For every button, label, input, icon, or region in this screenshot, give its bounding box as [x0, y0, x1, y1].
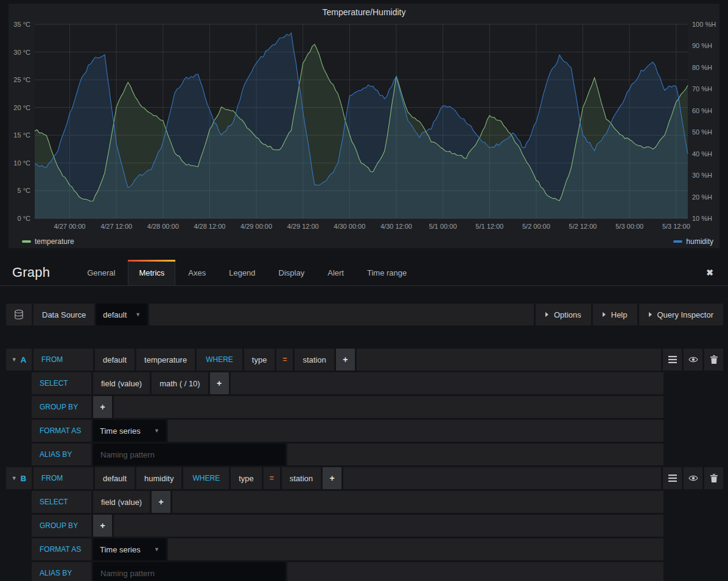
row-filler [357, 349, 661, 371]
eye-icon [688, 475, 698, 482]
chevron-down-icon: ▼ [12, 357, 17, 363]
group-by-keyword[interactable]: GROUP BY [32, 396, 91, 418]
x-axis-tick: 4/29 00:00 [240, 223, 272, 230]
tab-axes[interactable]: Axes [178, 260, 216, 285]
x-axis-tick: 4/28 00:00 [147, 223, 179, 230]
datasource-selected-value: default [103, 310, 127, 319]
from-keyword[interactable]: FROM [33, 349, 93, 371]
measurement-segment[interactable]: temperature [136, 349, 195, 371]
datasource-row: Data Source default ▼ Options Help Query… [6, 304, 723, 325]
format-as-row: FORMAT AS Time series ▼ [32, 538, 663, 560]
policy-segment[interactable]: default [95, 349, 135, 371]
right-axis-tick: 40 %H [692, 150, 712, 158]
measurement-segment[interactable]: humidity [136, 467, 181, 489]
right-axis-tick: 50 %H [692, 128, 712, 136]
from-keyword[interactable]: FROM [33, 467, 93, 489]
policy-segment[interactable]: default [95, 467, 135, 489]
select-math-segment[interactable]: math ( / 10) [152, 372, 208, 394]
select-keyword[interactable]: SELECT [32, 372, 91, 394]
add-select-button[interactable]: + [210, 372, 229, 394]
query-menu-button[interactable] [663, 349, 682, 371]
tag-value-segment[interactable]: station [282, 467, 321, 489]
chevron-down-icon: ▼ [154, 546, 159, 552]
query-delete-button[interactable] [704, 349, 723, 371]
format-as-select[interactable]: Time series ▼ [93, 538, 166, 560]
graph-canvas: 35 °C30 °C25 °C20 °C15 °C10 °C5 °C0 °C10… [9, 4, 719, 235]
operator-segment[interactable]: = [264, 467, 280, 489]
row-filler [231, 372, 663, 394]
legend-item-temperature[interactable]: temperature [22, 237, 74, 246]
query-toggle-button[interactable] [684, 467, 702, 489]
tag-key-segment[interactable]: type [231, 467, 262, 489]
datasource-select[interactable]: default ▼ [96, 304, 147, 325]
x-axis-tick: 4/30 00:00 [334, 223, 365, 230]
x-axis-tick: 5/2 00:00 [522, 223, 550, 230]
x-axis-tick: 5/1 00:00 [429, 223, 457, 230]
format-as-keyword[interactable]: FORMAT AS [32, 420, 91, 442]
tag-key-segment[interactable]: type [244, 349, 275, 371]
select-field-segment[interactable]: field (value) [93, 491, 150, 513]
alias-by-row: ALIAS BY [32, 562, 663, 581]
where-keyword[interactable]: WHERE [197, 349, 242, 371]
query-menu-button[interactable] [663, 467, 682, 489]
alias-by-keyword[interactable]: ALIAS BY [32, 444, 91, 465]
operator-segment[interactable]: = [276, 349, 293, 371]
select-keyword[interactable]: SELECT [32, 491, 91, 513]
tab-time-range[interactable]: Time range [357, 260, 417, 285]
row-filler [168, 420, 663, 442]
legend-label: temperature [35, 237, 74, 246]
select-field-segment[interactable]: field (value) [93, 372, 150, 394]
database-icon [6, 304, 32, 325]
panel-editor-tabbar: Graph General Metrics Axes Legend Displa… [0, 260, 728, 286]
tab-metrics[interactable]: Metrics [128, 260, 175, 285]
legend-label: humidity [686, 237, 713, 246]
alias-by-keyword[interactable]: ALIAS BY [32, 562, 91, 581]
close-icon[interactable]: ✖ [706, 268, 713, 277]
query-delete-button[interactable] [704, 467, 723, 489]
add-group-by-button[interactable]: + [93, 515, 112, 537]
query-collapse-toggle[interactable]: ▼ B [6, 467, 32, 489]
alias-by-input[interactable] [93, 444, 285, 465]
right-axis-tick: 10 %H [692, 215, 712, 222]
chevron-down-icon: ▼ [135, 311, 141, 318]
left-axis-tick: 15 °C [13, 131, 30, 139]
alias-by-input[interactable] [93, 562, 285, 581]
tag-value-segment[interactable]: station [295, 349, 334, 371]
right-axis-tick: 70 %H [692, 85, 712, 92]
legend-item-humidity[interactable]: humidity [673, 237, 713, 246]
query-inspector-button[interactable]: Query Inspector [639, 304, 724, 325]
group-by-keyword[interactable]: GROUP BY [32, 515, 91, 537]
format-as-select[interactable]: Time series ▼ [93, 420, 166, 442]
add-group-by-button[interactable]: + [93, 396, 112, 418]
panel-type-title: Graph [12, 265, 50, 280]
menu-icon [668, 356, 677, 363]
row-filler [172, 491, 663, 513]
right-axis-tick: 20 %H [692, 193, 712, 201]
options-button[interactable]: Options [536, 304, 591, 325]
left-axis-tick: 10 °C [13, 159, 30, 167]
caret-right-icon [649, 312, 652, 317]
format-as-keyword[interactable]: FORMAT AS [32, 538, 91, 560]
x-axis-tick: 4/28 12:00 [194, 223, 225, 230]
row-filler [114, 515, 663, 537]
chevron-down-icon: ▼ [154, 428, 159, 434]
query-ref-letter: A [21, 355, 26, 364]
group-by-row: GROUP BY + [32, 515, 663, 537]
tab-general[interactable]: General [77, 260, 125, 285]
query-collapse-toggle[interactable]: ▼ A [6, 349, 32, 371]
humidity-series-swatch [673, 240, 682, 243]
help-button[interactable]: Help [593, 304, 637, 325]
tab-display[interactable]: Display [268, 260, 315, 285]
add-condition-button[interactable]: + [336, 349, 355, 371]
where-keyword[interactable]: WHERE [183, 467, 229, 489]
query-toggle-button[interactable] [684, 349, 702, 371]
temperature-series-swatch [22, 240, 31, 243]
add-select-button[interactable]: + [152, 491, 170, 513]
eye-icon [688, 356, 698, 363]
tab-legend[interactable]: Legend [219, 260, 265, 285]
x-axis-tick: 4/27 12:00 [100, 223, 132, 230]
tab-alert[interactable]: Alert [317, 260, 354, 285]
row-filler [287, 562, 663, 581]
add-condition-button[interactable]: + [323, 467, 341, 489]
trash-icon [710, 355, 718, 364]
